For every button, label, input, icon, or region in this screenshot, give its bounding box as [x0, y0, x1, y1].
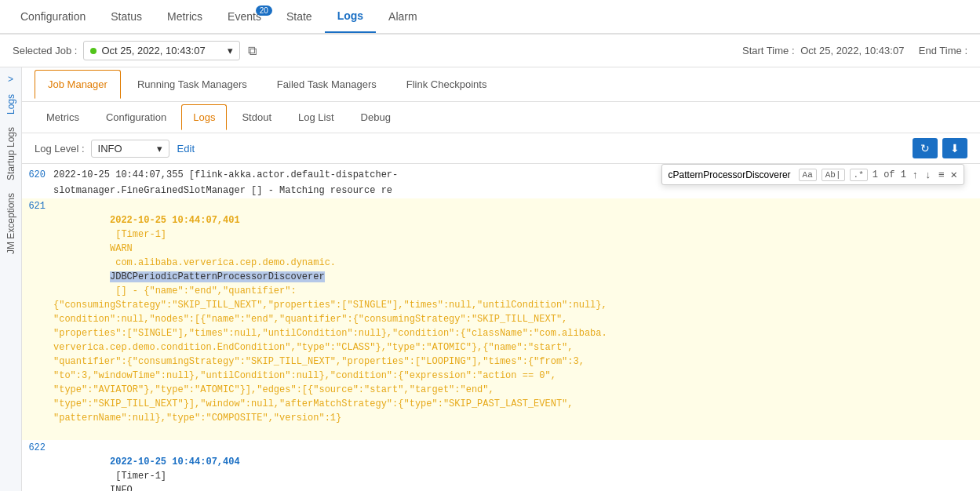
search-option-regex[interactable]: .* — [850, 169, 868, 181]
tab-job-manager[interactable]: Job Manager — [35, 70, 121, 99]
log-thread-622: [Timer-1] — [110, 471, 172, 482]
secondary-bar: Selected Job : Oct 25, 2022, 10:43:07 ▾ … — [0, 35, 980, 67]
selected-job-label: Selected Job : — [13, 45, 77, 56]
tab-logs[interactable]: Logs — [181, 104, 227, 130]
top-navigation: Configuration Status Metrics Events 20 S… — [0, 0, 980, 35]
search-option-case[interactable]: Aa — [799, 169, 817, 181]
nav-events[interactable]: Events 20 — [215, 1, 274, 32]
log-line-content-621: 2022-10-25 10:44:07,401 [Timer-1] WARN c… — [53, 199, 980, 439]
nav-logs[interactable]: Logs — [325, 0, 376, 33]
log-level-label: Log Level : — [35, 143, 85, 155]
search-prev-button[interactable]: ↑ — [911, 169, 920, 180]
log-line-num-622: 622 — [22, 441, 53, 491]
log-buttons: ↻ ⬇ — [913, 138, 967, 158]
nav-state[interactable]: State — [274, 1, 325, 32]
sidebar-startup-logs-item[interactable]: Startup Logs — [4, 121, 18, 187]
log-level-chevron-icon: ▾ — [157, 143, 162, 155]
main-layout: > Logs Startup Logs JM Exceptions Job Ma… — [0, 67, 980, 491]
sidebar-arrow-icon[interactable]: > — [6, 71, 15, 88]
search-next-button[interactable]: ↓ — [924, 169, 932, 180]
log-line-num-620b — [22, 184, 53, 198]
search-input[interactable] — [669, 169, 794, 180]
log-controls: Log Level : INFO ▾ Edit ↻ ⬇ — [22, 133, 980, 164]
tab-running-task-managers[interactable]: Running Task Managers — [124, 70, 260, 99]
events-badge: 20 — [256, 5, 272, 16]
log-timestamp-622: 2022-10-25 10:44:07,404 — [110, 456, 240, 467]
tab-configuration[interactable]: Configuration — [94, 104, 178, 130]
refresh-button[interactable]: ↻ — [913, 138, 938, 158]
log-content[interactable]: Aa Ab| .* 1 of 1 ↑ ↓ ≡ ✕ 620 2022-10-25 … — [22, 164, 980, 491]
search-menu-button[interactable]: ≡ — [937, 169, 946, 180]
search-count: 1 of 1 — [873, 169, 906, 180]
left-sidebar: > Logs Startup Logs JM Exceptions — [0, 67, 22, 491]
nav-configuration[interactable]: Configuration — [8, 1, 98, 32]
tab-flink-checkpoints[interactable]: Flink Checkpoints — [393, 70, 501, 99]
nav-metrics[interactable]: Metrics — [155, 1, 215, 32]
log-level-select[interactable]: INFO ▾ — [91, 140, 169, 158]
log-body-621: [] - {"name":"end","quantifier": {"consu… — [53, 286, 607, 424]
log-thread-621: [Timer-1] — [110, 229, 172, 240]
job-status-dot — [90, 48, 97, 54]
log-line-622: 622 2022-10-25 10:44:07,404 [Timer-1] IN… — [22, 440, 980, 491]
log-level-622: INFO — [110, 485, 133, 491]
tab-log-list[interactable]: Log List — [286, 104, 346, 130]
content-area: Job Manager Running Task Managers Failed… — [22, 67, 980, 491]
log-line-620b: slotmanager.FineGrainedSlotManager [] - … — [22, 183, 980, 198]
log-line-num-621: 621 — [22, 199, 53, 439]
log-level-621: WARN — [110, 243, 133, 254]
edit-link[interactable]: Edit — [177, 143, 195, 155]
log-line-621: 621 2022-10-25 10:44:07,401 [Timer-1] WA… — [22, 198, 980, 440]
log-highlight-621: JDBCPeriodicPatternProcessorDiscoverer — [110, 271, 325, 282]
tab-group-2: Metrics Configuration Logs Stdout Log Li… — [22, 102, 980, 133]
nav-alarm[interactable]: Alarm — [376, 1, 430, 32]
log-timestamp-621: 2022-10-25 10:44:07,401 — [110, 215, 240, 226]
log-logger-621: com.alibaba.ververica.cep.demo.dynamic. — [110, 257, 336, 268]
log-line-content-620b: slotmanager.FineGrainedSlotManager [] - … — [53, 184, 980, 198]
job-dropdown[interactable]: Oct 25, 2022, 10:43:07 ▾ — [83, 41, 240, 60]
nav-status[interactable]: Status — [98, 1, 155, 32]
tab-group-1: Job Manager Running Task Managers Failed… — [22, 67, 980, 102]
copy-icon[interactable]: ⧉ — [248, 44, 257, 58]
log-line-content-622: 2022-10-25 10:44:07,404 [Timer-1] INFO o… — [53, 441, 980, 491]
tab-debug[interactable]: Debug — [349, 104, 403, 130]
sidebar-logs-item[interactable]: Logs — [4, 88, 18, 121]
search-close-button[interactable]: ✕ — [951, 168, 957, 181]
tab-metrics[interactable]: Metrics — [35, 104, 91, 130]
search-overlay: Aa Ab| .* 1 of 1 ↑ ↓ ≡ ✕ — [661, 164, 964, 185]
time-info: Start Time : Oct 25, 2022, 10:43:07 End … — [739, 45, 967, 56]
download-button[interactable]: ⬇ — [942, 138, 967, 158]
dropdown-chevron-icon: ▾ — [228, 45, 233, 56]
sidebar-jm-exceptions-item[interactable]: JM Exceptions — [4, 187, 18, 260]
log-line-num-620: 620 — [22, 168, 53, 182]
tab-stdout[interactable]: Stdout — [230, 104, 283, 130]
search-option-ab[interactable]: Ab| — [822, 169, 845, 181]
tab-failed-task-managers[interactable]: Failed Task Managers — [264, 70, 390, 99]
